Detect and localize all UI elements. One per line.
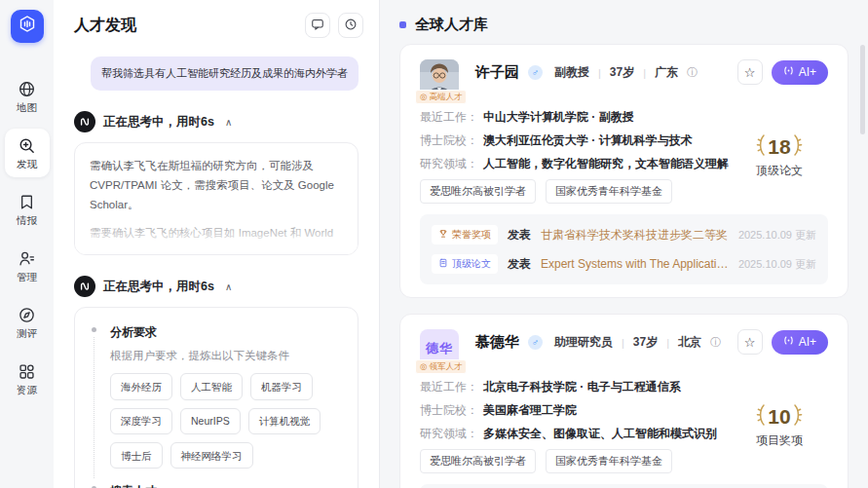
info-label: 最近工作： (420, 109, 478, 126)
stat-number: 10 (768, 405, 790, 429)
card-actions: ☆ AI+ (737, 59, 828, 85)
news-badge-label: 顶级论文 (452, 257, 491, 271)
app-window: 地图 发现 情报 管理 测评 (0, 0, 868, 488)
info-row: 博士院校：美国麻省理工学院 (420, 402, 731, 419)
news-link[interactable]: 甘肃省科学技术奖科技进步奖二等奖 (541, 227, 729, 244)
talent-card[interactable]: 德华 ◎领军人才 慕德华 ♂ 助理研究员 | 37岁 | 北 (399, 314, 849, 488)
laurel-right-icon (793, 133, 803, 161)
bookmark-icon (18, 192, 36, 211)
news-date: 2025.10.09 更新 (738, 228, 816, 243)
clock-icon (344, 18, 358, 34)
talent-role: 助理研究员 (554, 334, 613, 351)
thinking-header[interactable]: 正在思考中，用时6s ∧ (74, 276, 359, 297)
news-badge-paper: 顶级论文 (432, 254, 498, 274)
favorite-button[interactable]: ☆ (737, 59, 763, 85)
stat-block: 18 顶级论文 (731, 109, 828, 204)
keyword-tag: 人工智能 (180, 373, 243, 399)
talent-tier-label: 领军人才 (429, 362, 462, 371)
talent-name[interactable]: 慕德华 (475, 333, 519, 352)
keyword-tag: 海外经历 (110, 373, 172, 399)
keyword-tag: 机器学习 (250, 373, 313, 399)
sidebar: 地图 发现 情报 管理 测评 (0, 0, 54, 488)
compass-icon (18, 305, 36, 324)
info-label: 研究领域： (420, 156, 478, 172)
thinking-status: 正在思考中，用时6s (103, 279, 214, 295)
pool-header: 全球人才库 (392, 0, 868, 44)
step-title: 分析要求 (110, 322, 343, 343)
scrollbar[interactable] (860, 45, 865, 134)
favorite-button[interactable]: ☆ (737, 329, 763, 355)
chat-header: 人才发现 (54, 0, 379, 44)
talent-meta: 助理研究员 | 37岁 | 北京 ⓘ (554, 334, 721, 351)
sidebar-item-label: 地图 (17, 101, 37, 115)
chevron-up-icon[interactable]: ∧ (225, 117, 232, 128)
sidebar-item-label: 情报 (17, 214, 37, 228)
info-value: 人工智能，数字化智能研究，文本智能语义理解 (483, 156, 729, 172)
info-row: 博士院校：澳大利亚伍伦贡大学 · 计算机科学与技术 (420, 132, 731, 149)
feedback-button[interactable] (305, 13, 330, 38)
honor-tag: 国家优秀青年科学基金 (546, 179, 672, 204)
app-logo[interactable] (11, 10, 44, 43)
news-row[interactable]: 荣誉奖项 发表 甘肃省科学技术奖科技进步奖二等奖 2025.10.09 更新 (432, 220, 816, 249)
info-row: 最近工作：北京电子科技学院 · 电子与工程通信系 (420, 379, 731, 395)
identity-block: 慕德华 ♂ 助理研究员 | 37岁 | 北京 ⓘ (475, 329, 721, 352)
honor-tags: 爱思唯尔高被引学者 国家优秀青年科学基金 (420, 449, 731, 473)
info-label: 博士院校： (420, 402, 478, 419)
sidebar-item-label: 测评 (17, 327, 37, 341)
keyword-tag: 博士后 (110, 442, 163, 469)
avatar-wrap: ◎高端人才 (420, 59, 459, 98)
info-label: 博士院校： (420, 132, 478, 149)
honor-tags: 爱思唯尔高被引学者 国家优秀青年科学基金 (420, 179, 731, 204)
talent-name[interactable]: 许子园 (475, 63, 519, 82)
sidebar-item-resources[interactable]: 资源 (5, 355, 50, 403)
separator: | (643, 67, 646, 79)
talent-card-list: ◎高端人才 许子园 ♂ 副教授 | 37岁 | 广东 (392, 44, 868, 488)
chat-body: 帮我筛选具有人工智能研究经历及成果的海内外学者 正在思考中，用时6s ∧ 需确认… (54, 44, 379, 488)
news-box: 荣誉奖项 发表 Expert Systems with The Applicat… (420, 484, 828, 488)
ai-plus-button[interactable]: AI+ (772, 60, 828, 85)
thinking-status: 正在思考中，用时6s (103, 114, 214, 131)
honor-tag: 爱思唯尔高被引学者 (420, 179, 536, 204)
avatar-wrap: 德华 ◎领军人才 (420, 329, 459, 368)
talent-card[interactable]: ◎高端人才 许子园 ♂ 副教授 | 37岁 | 广东 (399, 44, 849, 298)
sidebar-item-manage[interactable]: 管理 (5, 242, 50, 290)
ai-icon (783, 335, 794, 349)
keyword-tag: NeurIPS (180, 408, 241, 434)
sidebar-item-assess[interactable]: 测评 (5, 298, 50, 347)
stat-block: 10 项目奖项 (731, 379, 828, 473)
sidebar-item-intel[interactable]: 情报 (5, 185, 50, 234)
info-label: 研究领域： (420, 426, 478, 442)
zoom-in-icon (18, 135, 36, 155)
info-column: 最近工作：北京电子科技学院 · 电子与工程通信系 博士院校：美国麻省理工学院 研… (420, 379, 731, 473)
male-icon: ♂ (528, 65, 543, 80)
history-button[interactable] (338, 13, 363, 38)
chevron-up-icon[interactable]: ∧ (225, 282, 232, 292)
info-label: 最近工作： (420, 379, 478, 395)
info-icon[interactable]: ⓘ (687, 65, 698, 80)
assistant-avatar-icon (74, 111, 95, 132)
keyword-tags: 海外经历 人工智能 机器学习 深度学习 NeurIPS 计算机视觉 博士后 神经… (110, 373, 343, 469)
stat-number-row: 10 (756, 403, 802, 431)
info-icon[interactable]: ⓘ (710, 335, 721, 350)
news-link[interactable]: Expert Systems with The Applications new… (541, 256, 729, 273)
news-box: 荣誉奖项 发表 甘肃省科学技术奖科技进步奖二等奖 2025.10.09 更新 顶… (420, 214, 828, 284)
thinking-header[interactable]: 正在思考中，用时6s ∧ (74, 111, 359, 132)
news-action: 发表 (508, 227, 531, 244)
info-value: 北京电子科技学院 · 电子与工程通信系 (483, 379, 681, 395)
news-row[interactable]: 顶级论文 发表 Expert Systems with The Applicat… (432, 249, 816, 279)
talent-age: 37岁 (633, 334, 658, 351)
news-badge-label: 荣誉奖项 (452, 228, 491, 242)
card-mid: 最近工作：中山大学计算机学院 · 副教授 博士院校：澳大利亚伍伦贡大学 · 计算… (420, 109, 828, 204)
name-row: 慕德华 ♂ 助理研究员 | 37岁 | 北京 ⓘ (475, 333, 721, 352)
news-badge-award: 荣誉奖项 (432, 225, 498, 244)
info-column: 最近工作：中山大学计算机学院 · 副教授 博士院校：澳大利亚伍伦贡大学 · 计算… (420, 109, 731, 204)
sidebar-item-discover[interactable]: 发现 (5, 129, 50, 177)
grid-icon (18, 361, 36, 381)
stat-number-row: 18 (756, 133, 802, 161)
plan-step-search: 搜索人才 根据关键条件从人才库中筛选人才 (90, 481, 343, 488)
thinking-paragraph: 需确认李飞飞在斯坦福的研究方向，可能涉及 CVPR/TPAMI 论文，需搜索项目… (90, 156, 343, 214)
medal-icon: ◎ (420, 362, 427, 371)
info-row: 最近工作：中山大学计算机学院 · 副教授 (420, 109, 731, 126)
ai-plus-button[interactable]: AI+ (772, 330, 828, 355)
sidebar-item-map[interactable]: 地图 (5, 72, 50, 121)
